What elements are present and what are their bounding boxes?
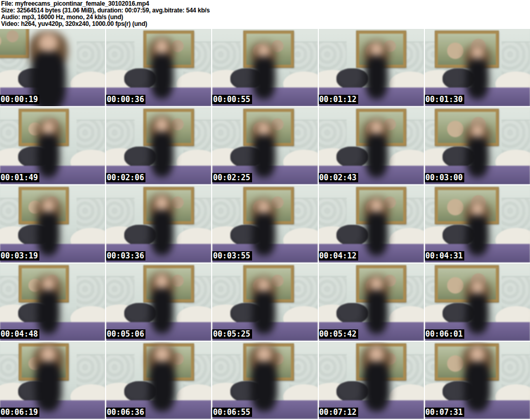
- body-shape: [149, 362, 175, 412]
- person-placeholder: [359, 275, 394, 337]
- head-shape: [258, 44, 271, 57]
- person-placeholder: [246, 120, 282, 180]
- timestamp-label: 00:02:25: [212, 173, 252, 182]
- person-placeholder: [243, 344, 285, 415]
- timestamp-label: 00:02:43: [319, 173, 358, 182]
- head-shape: [155, 274, 168, 288]
- meta-line-video: Video: h264, yuv420p, 320x240, 1000.00 f…: [1, 21, 530, 27]
- metadata-header: File: myfreecams_picontinar_female_30102…: [0, 0, 530, 28]
- timestamp-label: 00:01:30: [425, 95, 464, 104]
- timestamp-label: 00:01:12: [319, 95, 358, 104]
- timestamp-label: 00:01:49: [0, 173, 39, 182]
- person-placeholder: [144, 194, 180, 258]
- body-shape: [37, 212, 60, 255]
- timestamp-label: 00:03:36: [106, 251, 145, 260]
- person-placeholder: [31, 275, 66, 337]
- body-shape: [35, 362, 62, 412]
- person-placeholder: [460, 201, 495, 259]
- thumbnail: 00:02:25: [212, 107, 317, 184]
- person-placeholder: [457, 344, 498, 415]
- thumbnail: 00:05:06: [106, 264, 211, 341]
- thumbnail: 00:04:31: [425, 185, 530, 263]
- person-placeholder: [359, 197, 394, 258]
- body-shape: [37, 134, 60, 177]
- head-shape: [471, 281, 484, 294]
- body-shape: [251, 362, 277, 412]
- body-shape: [151, 54, 173, 99]
- body-shape: [466, 137, 489, 178]
- thumbnail: 00:06:55: [212, 342, 317, 419]
- timestamp-label: 00:03:00: [425, 173, 464, 182]
- timestamp-label: 00:06:55: [212, 408, 252, 417]
- body-shape: [365, 291, 388, 334]
- person-placeholder: [27, 344, 69, 415]
- body-shape: [37, 291, 60, 334]
- thumbnail: 00:06:01: [425, 264, 530, 341]
- body-shape: [253, 213, 275, 255]
- thumbnail: 00:00:55: [212, 29, 317, 106]
- timestamp-label: 00:06:19: [0, 408, 39, 417]
- person-placeholder: [460, 123, 495, 181]
- timestamp-label: 00:04:31: [425, 251, 464, 260]
- head-shape: [471, 202, 484, 215]
- person-placeholder: [144, 37, 180, 102]
- thumbnail: 00:04:12: [319, 185, 424, 263]
- body-shape: [464, 362, 491, 412]
- thumbnail: 00:00:36: [106, 29, 211, 106]
- thumbnail: 00:01:12: [319, 29, 424, 106]
- thumbnail: 00:03:55: [212, 185, 317, 263]
- head-shape: [370, 277, 383, 291]
- person-placeholder: [460, 279, 495, 337]
- timestamp-label: 00:02:06: [106, 173, 145, 182]
- head-shape: [42, 199, 55, 212]
- thumbnail: 00:06:36: [106, 342, 211, 419]
- thumbnail: 00:05:25: [212, 264, 317, 341]
- person-placeholder: [144, 272, 180, 337]
- timestamp-label: 00:00:19: [0, 95, 39, 104]
- body-shape: [253, 292, 275, 334]
- body-shape: [365, 212, 388, 255]
- thumbnail: 00:03:36: [106, 185, 211, 263]
- body-shape: [466, 294, 489, 334]
- thumbnail: 00:04:48: [0, 264, 105, 341]
- body-shape: [365, 56, 388, 99]
- thumbnail: 00:02:06: [106, 107, 211, 184]
- timestamp-label: 00:05:42: [319, 329, 358, 339]
- body-shape: [151, 288, 173, 334]
- timestamp-label: 00:04:12: [319, 251, 358, 260]
- thumbnail: 00:05:42: [319, 264, 424, 341]
- body-shape: [253, 135, 275, 177]
- timestamp-label: 00:03:19: [0, 251, 39, 260]
- timestamp-label: 00:00:55: [212, 95, 252, 104]
- thumbnail: 00:00:19: [0, 29, 105, 106]
- thumbnail: 00:03:00: [425, 107, 530, 184]
- timestamp-label: 00:06:36: [106, 408, 145, 417]
- person-placeholder: [144, 115, 180, 180]
- body-shape: [365, 134, 388, 177]
- thumbnail: 00:01:30: [425, 29, 530, 106]
- timestamp-label: 00:07:31: [425, 408, 464, 417]
- person-placeholder: [246, 42, 282, 102]
- body-shape: [151, 132, 173, 178]
- head-shape: [42, 277, 55, 291]
- thumbnail: 00:07:12: [319, 342, 424, 419]
- head-shape: [42, 121, 55, 134]
- thumbnail: 00:01:49: [0, 107, 105, 184]
- timestamp-label: 00:07:12: [319, 408, 358, 417]
- person-placeholder: [31, 119, 66, 180]
- head-shape: [370, 42, 383, 56]
- head-shape: [258, 200, 271, 214]
- thumbnail-grid: 00:00:19 00:00:36: [0, 29, 530, 419]
- thumbnail: 00:06:19: [0, 342, 105, 419]
- person-placeholder: [246, 198, 282, 258]
- thumbnail: 00:02:43: [319, 107, 424, 184]
- person-placeholder: [359, 40, 394, 102]
- thumbnail: 00:07:31: [425, 342, 530, 419]
- body-shape: [466, 59, 489, 99]
- person-placeholder: [141, 344, 183, 415]
- head-shape: [155, 196, 168, 210]
- head-shape: [370, 199, 383, 212]
- head-shape: [155, 39, 168, 54]
- head-shape: [370, 121, 383, 134]
- person-placeholder: [246, 277, 282, 337]
